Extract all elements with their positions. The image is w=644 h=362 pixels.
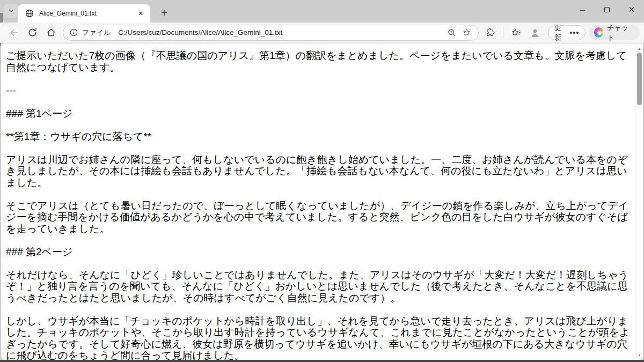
back-button[interactable] [4, 24, 23, 41]
scrollbar-thumb[interactable] [637, 53, 642, 105]
toolbar-divider [503, 27, 503, 38]
page1-heading: ### 第1ページ [6, 108, 634, 120]
refresh-icon [27, 27, 38, 38]
maximize-icon [604, 7, 610, 12]
chat-label: チャット [607, 23, 633, 42]
favorite-star-button[interactable] [459, 26, 474, 40]
new-tab-button[interactable]: + [157, 5, 172, 20]
copilot-icon [594, 27, 603, 38]
magnifier-plus-icon [447, 28, 456, 37]
scroll-down-arrow[interactable]: ▼ [635, 352, 643, 358]
vertical-scrollbar[interactable]: ▲ ▼ [635, 43, 643, 360]
paragraph: そこでアリスは（とても暑い日だったので、ぼーっとして眠くなっていましたが）、デイ… [6, 200, 634, 235]
minimize-button[interactable]: ─ [570, 0, 595, 19]
maximize-button[interactable] [595, 0, 619, 19]
star-icon [462, 28, 471, 37]
tab-alice-gemini[interactable]: Alice_Gemini_01.txt ✕ [18, 4, 150, 23]
page2-heading: ### 第2ページ [6, 246, 634, 258]
page-content: ご提示いただいた7枚の画像（『不思議の国のアリス』第1章）の翻訳をまとめました。… [1, 43, 643, 360]
paragraph: アリスは川辺でお姉さんの隣に座って、何もしないでいるのに飽き飽きし始めていました… [6, 154, 634, 189]
update-label: 更新 [554, 23, 566, 42]
paragraph: しかし、ウサギが本当に「チョッキのポケットから時計を取り出し」、それを見てから急… [6, 315, 634, 360]
favorites-bar-button[interactable] [507, 24, 525, 41]
profile-button[interactable] [525, 24, 544, 41]
zoom-button[interactable] [444, 26, 459, 40]
url-text: C:/Users/cuz/Documents/Alice/Alice_Gemin… [118, 28, 444, 36]
back-arrow-icon [9, 27, 19, 38]
avatar-icon [529, 27, 541, 39]
tab-title: Alice_Gemini_01.txt [39, 10, 135, 17]
browser-window: Alice_Gemini_01.txt ✕ + ─ ✕ [0, 0, 644, 362]
tab-search-button[interactable] [4, 4, 18, 18]
close-button[interactable]: ✕ [619, 0, 644, 19]
file-scheme-label: ファイル [82, 28, 111, 38]
refresh-button[interactable] [23, 24, 42, 41]
window-bottom-edge [0, 360, 644, 362]
address-bar[interactable]: ファイル C:/Users/cuz/Documents/Alice/Alice_… [63, 25, 479, 41]
minimize-icon: ─ [580, 6, 584, 13]
home-button[interactable] [42, 24, 61, 41]
update-button[interactable]: 更新 ••• [548, 25, 586, 40]
copilot-chat-button[interactable]: チャット [589, 25, 640, 40]
more-dots-icon: ••• [569, 28, 579, 37]
chevron-down-icon [8, 7, 15, 14]
separator-line: --- [6, 85, 634, 97]
tab-bar: Alice_Gemini_01.txt ✕ + ─ ✕ [0, 0, 644, 23]
scroll-up-arrow[interactable]: ▲ [635, 45, 643, 51]
paragraph: それだけなら、そんなに「ひどく」珍しいことではありませんでした。また、アリスはそ… [6, 269, 634, 304]
puzzle-icon [485, 27, 495, 38]
tab-close-button[interactable]: ✕ [135, 8, 146, 19]
site-info-icon[interactable] [70, 28, 78, 36]
home-icon [46, 27, 56, 38]
toolbar: ファイル C:/Users/cuz/Documents/Alice/Alice_… [0, 23, 644, 43]
chapter-title: **第1章：ウサギの穴に落ちて** [6, 131, 634, 143]
extensions-button[interactable] [481, 24, 500, 41]
globe-icon [25, 9, 34, 18]
text-file-body: ご提示いただいた7枚の画像（『不思議の国のアリス』第1章）の翻訳をまとめました。… [1, 43, 635, 360]
intro-paragraph: ご提示いただいた7枚の画像（『不思議の国のアリス』第1章）の翻訳をまとめました。… [6, 50, 634, 73]
star-list-icon [511, 27, 522, 38]
